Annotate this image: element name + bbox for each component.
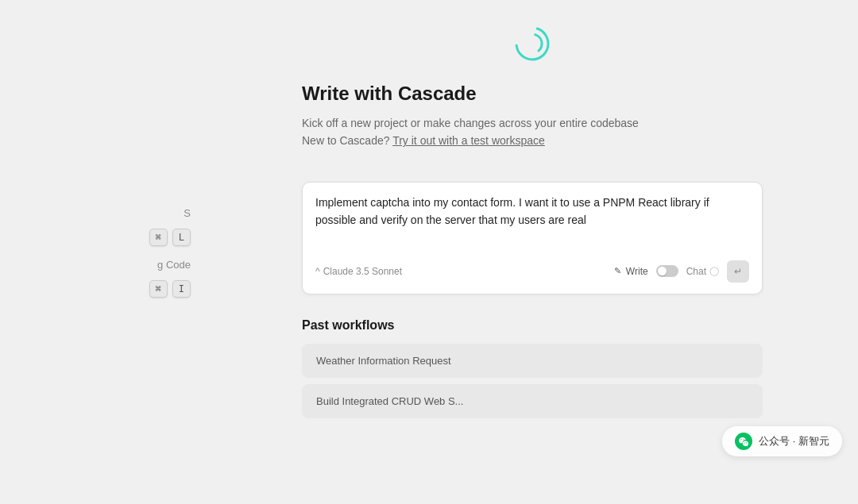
svg-point-0: [516, 28, 548, 60]
workflow-item-2[interactable]: Build Integrated CRUD Web S...: [302, 384, 763, 418]
watermark-text: 公众号 · 新智元: [759, 434, 829, 448]
wechat-icon: [735, 433, 752, 450]
mode-toggle[interactable]: [656, 265, 678, 277]
kbd-cmd-2: ⌘: [149, 280, 168, 298]
kbd-i: I: [172, 280, 191, 298]
subtitle: Kick off a new project or make changes a…: [302, 114, 763, 150]
shortcut-group-2: g Code ⌘ I: [149, 259, 191, 298]
cascade-logo-icon: [512, 24, 552, 63]
chat-icon: ◯: [709, 266, 719, 276]
input-wrapper: ^ Claude 3.5 Sonnet ✎ Write Chat ◯: [302, 182, 763, 294]
send-button[interactable]: ↵: [727, 260, 749, 283]
input-footer: ^ Claude 3.5 Sonnet ✎ Write Chat ◯: [315, 260, 749, 283]
page-title: Write with Cascade: [302, 83, 763, 105]
shortcut-group-1: S ⌘ L: [149, 207, 191, 246]
shortcut-row-1: ⌘ L: [149, 229, 191, 246]
past-workflows-title: Past workflows: [302, 318, 763, 333]
workflow-label-2: Build Integrated CRUD Web S...: [316, 395, 463, 407]
title-section: Write with Cascade Kick off a new projec…: [302, 83, 763, 150]
main-container: S ⌘ L g Code ⌘ I Write with Cascade: [0, 0, 858, 504]
workflow-item-1[interactable]: Weather Information Request: [302, 344, 763, 378]
workflow-label-1: Weather Information Request: [316, 355, 451, 367]
toggle-knob: [658, 267, 667, 275]
logo-container: [512, 24, 552, 67]
kbd-cmd-1: ⌘: [149, 229, 168, 246]
message-input[interactable]: [315, 194, 749, 249]
model-selector[interactable]: ^ Claude 3.5 Sonnet: [315, 266, 402, 277]
pencil-icon: ✎: [614, 266, 621, 276]
shortcut-label-code: g Code: [157, 259, 191, 271]
subtitle-new-text: New to Cascade?: [302, 134, 390, 147]
shortcut-row-2: ⌘ I: [149, 280, 191, 298]
chat-label: Chat: [686, 266, 706, 277]
input-actions: ✎ Write Chat ◯ ↵: [614, 260, 749, 283]
shortcut-label-s: S: [184, 207, 191, 219]
kbd-l: L: [172, 229, 191, 246]
model-name: Claude 3.5 Sonnet: [323, 266, 402, 277]
left-panel: S ⌘ L g Code ⌘ I: [0, 0, 207, 504]
subtitle-text: Kick off a new project or make changes a…: [302, 117, 639, 129]
test-workspace-link[interactable]: Try it out with a test workspace: [392, 134, 545, 147]
write-section: ✎ Write: [614, 266, 648, 277]
svg-point-1: [523, 34, 542, 53]
chat-section: Chat ◯: [686, 266, 719, 277]
watermark: 公众号 · 新智元: [722, 426, 842, 456]
write-label: Write: [626, 266, 648, 277]
chevron-up-icon: ^: [315, 266, 320, 277]
enter-icon: ↵: [734, 266, 742, 277]
past-workflows-section: Past workflows Weather Information Reque…: [302, 318, 763, 418]
